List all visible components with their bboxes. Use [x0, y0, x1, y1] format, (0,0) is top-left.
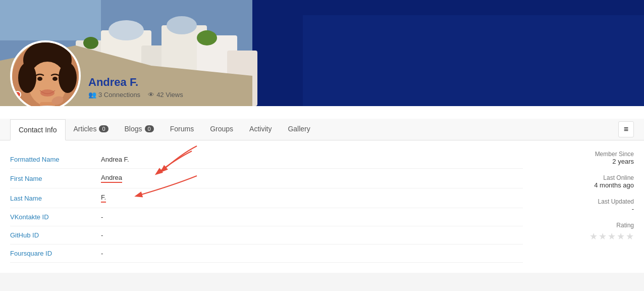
last-name-label: Last Name — [10, 195, 101, 202]
svg-point-24 — [22, 106, 73, 106]
connections-count: 3 Connections — [98, 91, 140, 99]
star-5[interactable]: ★ — [626, 231, 634, 242]
profile-name: Andrea F. — [88, 76, 183, 89]
tab-activity[interactable]: Activity — [241, 119, 280, 140]
github-value: - — [101, 231, 103, 239]
side-stats-section: Member Since 2 years Last Online 4 month… — [533, 151, 634, 263]
rating-stars: ★ ★ ★ ★ ★ — [533, 231, 634, 242]
svg-point-21 — [40, 89, 55, 96]
svg-point-19 — [59, 63, 77, 93]
formatted-name-label: Formatted Name — [10, 156, 101, 163]
vkontakte-value: - — [101, 213, 103, 221]
star-2[interactable]: ★ — [599, 231, 607, 242]
formatted-name-value: Andrea F. — [101, 156, 129, 163]
vkontakte-label: VKontakte ID — [10, 213, 101, 221]
first-name-label: First Name — [10, 175, 101, 182]
foursquare-value: - — [101, 250, 103, 257]
blogs-badge: 0 — [145, 125, 154, 132]
content-area: Formatted Name Andrea F. First Name Andr… — [0, 140, 644, 273]
github-label: GitHub ID — [10, 231, 101, 239]
foursquare-label: Foursquare ID — [10, 250, 101, 257]
views-meta: 👁 42 Views — [148, 91, 183, 99]
avatar-wrapper — [10, 40, 81, 106]
profile-meta: 👥 3 Connections 👁 42 Views — [88, 91, 183, 99]
online-status-dot — [14, 91, 21, 98]
svg-rect-1 — [0, 0, 101, 40]
last-updated-stat: Last Updated - — [533, 198, 634, 213]
rating-stat: Rating ★ ★ ★ ★ ★ — [533, 222, 634, 242]
svg-point-23 — [52, 77, 58, 81]
views-icon: 👁 — [148, 91, 154, 99]
field-row-last-name: Last Name F. — [10, 188, 523, 208]
tab-articles[interactable]: Articles 0 — [66, 119, 117, 140]
svg-point-11 — [167, 16, 197, 34]
svg-point-22 — [37, 77, 42, 81]
field-row-first-name: First Name Andrea — [10, 169, 523, 188]
connections-meta: 👥 3 Connections — [88, 91, 140, 99]
last-name-value: F. — [101, 193, 106, 203]
svg-point-10 — [109, 20, 144, 40]
rating-label: Rating — [533, 222, 634, 229]
tab-forums[interactable]: Forums — [162, 119, 202, 140]
last-updated-value: - — [533, 205, 634, 213]
field-row-github: GitHub ID - — [10, 226, 523, 245]
field-row-vkontakte: VKontakte ID - — [10, 208, 523, 226]
tab-contact-info[interactable]: Contact Info — [10, 119, 66, 140]
tab-groups[interactable]: Groups — [202, 119, 241, 140]
last-online-label: Last Online — [533, 174, 634, 181]
member-since-label: Member Since — [533, 151, 634, 158]
svg-point-18 — [18, 63, 36, 93]
cover-section: Andrea F. 👥 3 Connections 👁 42 Views — [0, 0, 644, 106]
first-name-value: Andrea — [101, 174, 122, 183]
views-count: 42 Views — [156, 91, 183, 99]
profile-name-area: Andrea F. 👥 3 Connections 👁 42 Views — [88, 76, 183, 99]
tab-gallery[interactable]: Gallery — [280, 119, 318, 140]
member-since-stat: Member Since 2 years — [533, 151, 634, 165]
star-1[interactable]: ★ — [589, 231, 598, 242]
last-online-stat: Last Online 4 months ago — [533, 174, 634, 189]
last-updated-label: Last Updated — [533, 198, 634, 205]
tabs-bar: Contact Info Articles 0 Blogs 0 Forums G… — [0, 119, 644, 140]
tab-menu-button[interactable]: ≡ — [618, 121, 634, 137]
field-row-formatted-name: Formatted Name Andrea F. — [10, 151, 523, 169]
avatar-svg — [12, 42, 81, 106]
star-3[interactable]: ★ — [608, 231, 616, 242]
articles-badge: 0 — [99, 125, 108, 132]
profile-page: Andrea F. 👥 3 Connections 👁 42 Views Con… — [0, 0, 644, 273]
profile-info-area: Andrea F. 👥 3 Connections 👁 42 Views — [0, 40, 644, 106]
contact-info-section: Formatted Name Andrea F. First Name Andr… — [10, 151, 523, 263]
member-since-value: 2 years — [533, 158, 634, 165]
last-online-value: 4 months ago — [533, 181, 634, 189]
tab-blogs[interactable]: Blogs 0 — [117, 119, 162, 140]
field-row-foursquare: Foursquare ID - — [10, 245, 523, 263]
star-4[interactable]: ★ — [617, 231, 625, 242]
connections-icon: 👥 — [88, 91, 96, 99]
